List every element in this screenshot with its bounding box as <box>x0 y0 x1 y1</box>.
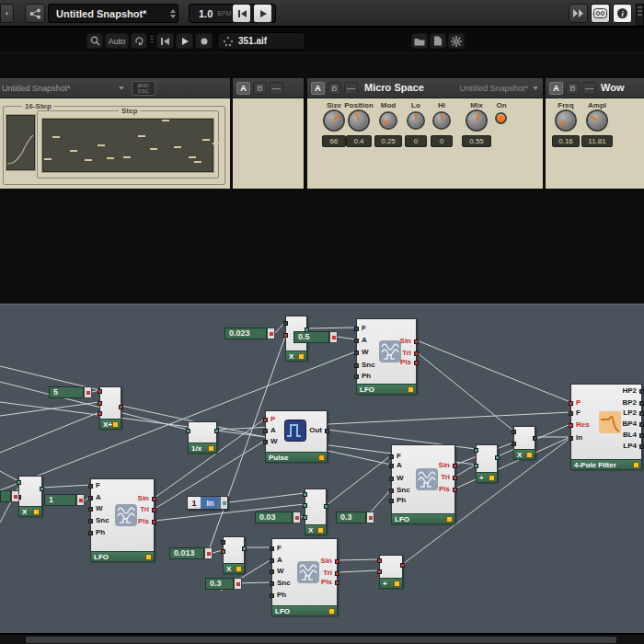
module-indicator[interactable] <box>317 527 324 534</box>
module-label-bar[interactable]: X <box>305 524 327 535</box>
input-port[interactable] <box>88 484 93 489</box>
lo-value[interactable]: 0 <box>405 135 427 147</box>
output-port[interactable] <box>639 422 644 427</box>
module-indicator[interactable] <box>112 421 119 428</box>
output-port[interactable] <box>639 433 644 438</box>
step-dash[interactable] <box>150 148 157 150</box>
step-dash[interactable] <box>44 158 52 160</box>
module-mul-bot[interactable]: X <box>223 536 245 573</box>
output-port[interactable] <box>119 405 123 409</box>
output-port[interactable] <box>453 464 457 468</box>
menu-button[interactable]: ▾ <box>0 4 14 23</box>
output-port[interactable] <box>414 339 419 344</box>
input-port[interactable] <box>263 429 268 433</box>
output-port[interactable] <box>453 476 457 480</box>
input-port[interactable] <box>512 442 516 446</box>
input-port[interactable] <box>221 549 225 554</box>
output-port[interactable] <box>335 581 339 585</box>
module-indicator[interactable] <box>298 353 305 360</box>
input-port[interactable] <box>389 464 394 468</box>
scrollbar-thumb[interactable] <box>26 637 616 643</box>
step-dash[interactable] <box>162 120 169 121</box>
mod-knob[interactable] <box>381 113 396 128</box>
step-dash[interactable] <box>85 159 92 161</box>
module-mul-mid[interactable]: X <box>305 489 327 535</box>
tab-minimize[interactable]: — <box>344 82 358 95</box>
step-dash[interactable] <box>194 161 201 163</box>
module-indicator[interactable] <box>526 452 533 458</box>
output-port[interactable] <box>152 520 156 524</box>
tab-b[interactable]: B <box>566 82 580 95</box>
input-port[interactable] <box>98 389 102 394</box>
module-indicator[interactable] <box>408 386 414 393</box>
module-mul-left[interactable]: X <box>18 476 42 516</box>
loop-button[interactable] <box>131 33 147 49</box>
output-port[interactable] <box>325 429 329 433</box>
value-port[interactable] <box>76 494 85 506</box>
input-port[interactable] <box>270 593 274 598</box>
mix-knob[interactable] <box>467 111 486 130</box>
value-port[interactable] <box>11 490 19 502</box>
step-dash[interactable] <box>107 157 114 159</box>
step-dash[interactable] <box>70 150 77 152</box>
input-port[interactable] <box>377 569 382 574</box>
input-port[interactable] <box>303 515 307 520</box>
value-port[interactable] <box>329 331 338 343</box>
step-display[interactable] <box>42 119 213 172</box>
output-port[interactable] <box>242 546 247 551</box>
ampl-value[interactable]: 11.81 <box>581 135 613 147</box>
rewind-button[interactable] <box>156 33 174 49</box>
step-dash[interactable] <box>213 143 220 144</box>
input-port[interactable] <box>263 440 268 444</box>
output-port[interactable] <box>214 429 219 433</box>
open-folder-button[interactable] <box>411 33 428 49</box>
module-plus-red[interactable]: + <box>379 555 403 588</box>
module-label-bar[interactable]: + <box>476 472 498 483</box>
step-dash[interactable] <box>202 139 210 141</box>
module-indicator[interactable] <box>394 581 400 587</box>
size-value[interactable]: 66 <box>322 135 346 147</box>
input-port[interactable] <box>263 418 268 422</box>
input-port[interactable] <box>270 558 274 563</box>
value-port[interactable] <box>84 386 92 398</box>
snapshot-selector[interactable]: Untitled Snapshot* <box>48 4 178 23</box>
output-port[interactable] <box>152 497 156 501</box>
input-port[interactable] <box>88 496 93 500</box>
module-indicator[interactable] <box>318 454 325 461</box>
tape-recorder-button[interactable] <box>591 4 610 23</box>
module-indicator[interactable] <box>208 445 214 452</box>
input-port[interactable] <box>354 327 359 331</box>
module-label-bar[interactable]: 1/x <box>188 443 217 454</box>
mod-value[interactable]: 0.25 <box>374 135 402 147</box>
module-pulse[interactable]: PAWOutPulse <box>265 410 328 462</box>
input-port[interactable] <box>221 540 225 545</box>
value-port[interactable] <box>234 578 242 590</box>
mix-value[interactable]: 0.55 <box>462 135 491 147</box>
lo-knob[interactable] <box>408 113 423 128</box>
output-port[interactable] <box>414 361 419 365</box>
output-port[interactable] <box>495 455 500 460</box>
value-field[interactable]: 1 <box>44 494 76 506</box>
output-port[interactable] <box>639 411 644 416</box>
input-port[interactable] <box>569 411 573 416</box>
module-label-bar[interactable]: LFO <box>271 605 338 616</box>
output-port[interactable] <box>639 444 644 449</box>
value-field[interactable]: 0.023 <box>224 328 267 339</box>
output-port[interactable] <box>414 351 419 356</box>
position-knob[interactable] <box>350 111 368 130</box>
input-port[interactable] <box>283 333 288 338</box>
module-lfo-3[interactable]: FAWSncPhSinTriPlsLFO <box>391 444 455 523</box>
module-indicator[interactable] <box>33 509 40 515</box>
input-port[interactable] <box>283 321 288 326</box>
panel-snapshot-name[interactable]: Untitled Snapshot* <box>2 84 71 93</box>
input-port[interactable] <box>88 531 93 535</box>
hi-value[interactable]: 0 <box>431 135 453 147</box>
module-lfo-4[interactable]: FAWSncPhSinTriPlsLFO <box>271 538 338 615</box>
tab-a[interactable]: A <box>311 82 325 95</box>
module-indicator[interactable] <box>328 608 335 615</box>
step-dash[interactable] <box>138 135 145 137</box>
input-port[interactable] <box>474 448 478 453</box>
module-mul-right[interactable]: X <box>513 426 535 459</box>
snapshot-stepper[interactable] <box>167 6 178 22</box>
output-port[interactable] <box>40 487 44 491</box>
